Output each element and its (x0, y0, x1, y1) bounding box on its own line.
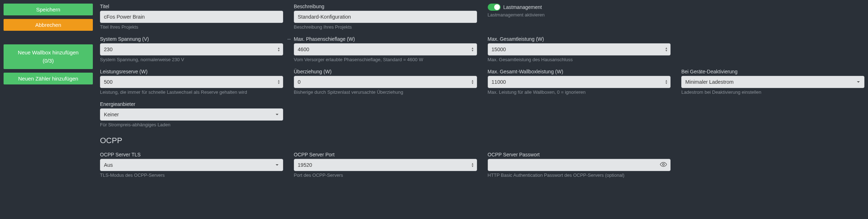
help-voltage: System Spannung, normalerweise 230 V (100, 57, 283, 62)
label-ocpp-tls: OCPP Server TLS (100, 152, 283, 157)
help-ocpp-port: Port des OCPP-Servers (294, 172, 477, 178)
help-deactivation: Ladestrom bei Deaktivierung einstellen (681, 89, 864, 95)
overdraft-input[interactable] (294, 76, 477, 88)
cancel-button[interactable]: Abbrechen (4, 19, 93, 31)
label-title: Titel (100, 4, 283, 9)
load-management-toggle[interactable] (488, 4, 501, 11)
help-max-wallbox: Max. Leistung für alle Wallboxen, 0 = ig… (488, 89, 671, 95)
help-ocpp-tls: TLS-Modus des OCPP-Servers (100, 172, 283, 178)
help-reserve: Leistung, die immer für schnelle Lastwec… (100, 89, 283, 95)
help-load-management: Lastmanagement aktivieren (488, 12, 671, 18)
voltage-input[interactable] (100, 43, 283, 55)
provider-select[interactable]: Keiner (100, 108, 283, 121)
field-title: Titel Titel Ihres Projekts (100, 4, 283, 30)
field-max-total-power: Max. Gesamtleistung (W) ▲▼ Max. Gesamtle… (488, 36, 671, 62)
description-input[interactable] (294, 11, 477, 23)
deactivation-select[interactable]: Minimaler Ladestrom (681, 76, 864, 88)
settings-form: Titel Titel Ihres Projekts Beschreibung … (100, 4, 864, 178)
help-phase-imbalance: Vom Versorger erlaubte Phasenschieflage,… (294, 57, 477, 62)
field-ocpp-port: OCPP Server Port ▲▼ Port des OCPP-Server… (294, 152, 477, 178)
ocpp-password-input[interactable] (488, 159, 671, 171)
sidebar: Speichern Abbrechen Neue Wallbox hinzufü… (4, 4, 93, 178)
field-power-reserve: Leistungsreserve (W) ▲▼ Leistung, die im… (100, 69, 283, 95)
field-ocpp-tls: OCPP Server TLS Aus TLS-Modus des OCPP-S… (100, 152, 283, 178)
label-overdraft: Überziehung (W) (294, 69, 477, 74)
save-button[interactable]: Speichern (4, 4, 93, 15)
field-system-voltage: System Spannung (V) ▲▼ System Spannung, … (100, 36, 283, 62)
phase-imbalance-input[interactable] (294, 43, 477, 55)
help-ocpp-password: HTTP Basic Authentication Passwort des O… (488, 172, 671, 178)
field-load-management: Lastmanagement Lastmanagement aktivieren (488, 4, 671, 30)
title-input[interactable] (100, 11, 283, 23)
max-total-input[interactable] (488, 43, 671, 55)
field-description: Beschreibung Beschreibung Ihres Projekts (294, 4, 477, 30)
help-max-total: Max. Gesamtleistung des Hausanschluss (488, 57, 671, 62)
label-ocpp-port: OCPP Server Port (294, 152, 477, 157)
label-max-wallbox: Max. Gesamt-Wallboxleistung (W) (488, 69, 671, 74)
add-meter-button[interactable]: Neuen Zähler hinzufügen (4, 73, 93, 84)
ocpp-tls-select[interactable]: Aus (100, 159, 283, 171)
field-phase-imbalance: -- Max. Phasenschieflage (W) ▲▼ Vom Vers… (294, 36, 477, 62)
label-voltage: System Spannung (V) (100, 36, 283, 42)
help-title: Titel Ihres Projekts (100, 24, 283, 30)
label-ocpp-password: OCPP Server Passwort (488, 152, 671, 157)
label-provider: Energieanbieter (100, 101, 283, 107)
label-load-management: Lastmanagement (503, 4, 542, 10)
ocpp-port-input[interactable] (294, 159, 477, 171)
help-description: Beschreibung Ihres Projekts (294, 24, 477, 30)
reserve-input[interactable] (100, 76, 283, 88)
field-energy-provider: Energieanbieter Keiner Für Strompreis-ab… (100, 101, 283, 127)
help-provider: Für Strompreis-abhängiges Laden (100, 122, 283, 127)
label-reserve: Leistungsreserve (W) (100, 69, 283, 74)
label-description: Beschreibung (294, 4, 477, 9)
max-wallbox-input[interactable] (488, 76, 671, 88)
add-wallbox-button[interactable]: Neue Wallbox hinzufügen (0/3) (4, 44, 93, 69)
field-max-wallbox-power: Max. Gesamt-Wallboxleistung (W) ▲▼ Max. … (488, 69, 671, 95)
label-phase-imbalance: Max. Phasenschieflage (W) (294, 36, 477, 42)
help-overdraft: Bisherige durch Spitzenlast verursachte … (294, 89, 477, 95)
dash-prefix: -- (287, 36, 291, 42)
label-deactivation: Bei Geräte-Deaktivierung (681, 69, 864, 74)
show-password-icon[interactable] (660, 162, 667, 168)
section-ocpp-title: OCPP (100, 136, 864, 145)
field-overdraft: Überziehung (W) ▲▼ Bisherige durch Spitz… (294, 69, 477, 95)
field-ocpp-password: OCPP Server Passwort HTTP Basic Authenti… (488, 152, 671, 178)
label-max-total: Max. Gesamtleistung (W) (488, 36, 671, 42)
svg-point-0 (663, 164, 664, 165)
field-deactivation: Bei Geräte-Deaktivierung Minimaler Lades… (681, 69, 864, 95)
